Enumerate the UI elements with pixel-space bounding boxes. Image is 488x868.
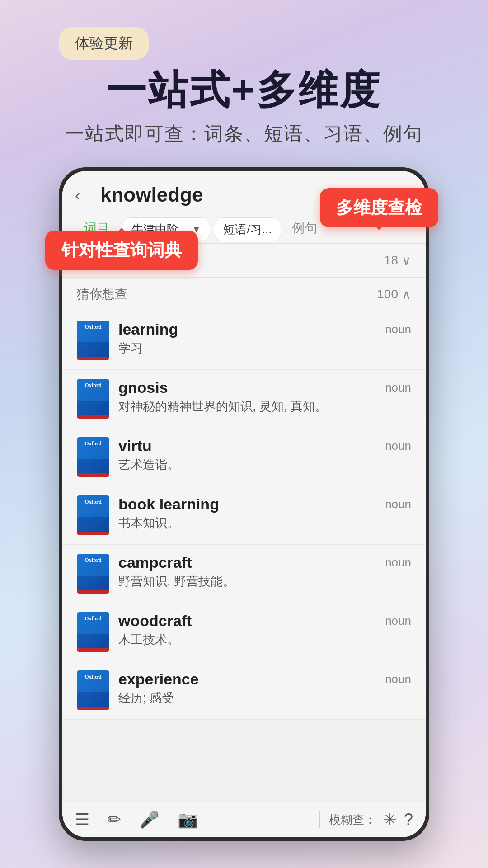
dict-meaning: 经历; 感受	[118, 690, 411, 706]
dict-icon-text: Oxford	[79, 616, 108, 622]
back-button[interactable]: ‹	[75, 186, 93, 204]
dict-word: gnosis	[118, 379, 168, 396]
dict-icon: Oxford	[77, 554, 109, 594]
dict-icon-text: Oxford	[79, 557, 108, 563]
dict-content: campcraft noun 野营知识, 野营技能。	[118, 554, 411, 590]
toolbar-left: ☰ ✏ 🎤 📷	[75, 810, 310, 829]
asterisk-icon[interactable]: ✳	[383, 810, 397, 829]
edit-icon[interactable]: ✏	[108, 810, 121, 829]
dict-item[interactable]: Oxford book learning noun 书本知识。	[62, 486, 426, 545]
dict-item[interactable]: Oxford virtu noun 艺术造诣。	[62, 428, 426, 486]
tab-phrases[interactable]: 短语/习...	[214, 217, 281, 241]
dict-meaning: 艺术造诣。	[118, 457, 411, 473]
tooltip-targeted: 针对性查询词典	[45, 231, 198, 270]
question-icon[interactable]: ?	[404, 810, 413, 829]
section-similar-count: 18 ∨	[384, 253, 411, 268]
dict-content: gnosis noun 对神秘的精神世界的知识, 灵知, 真知。	[118, 379, 411, 415]
dict-icon: Oxford	[77, 612, 109, 652]
dict-icon: Oxford	[77, 437, 109, 477]
camera-icon[interactable]: 📷	[178, 810, 198, 829]
dict-word-row: woodcraft noun	[118, 612, 411, 630]
dict-word: woodcraft	[118, 612, 192, 630]
dict-content: learning noun 学习	[118, 321, 411, 356]
toolbar-right: 模糊查： ✳ ?	[329, 810, 413, 829]
dict-pos: noun	[385, 497, 411, 511]
dict-item[interactable]: Oxford experience noun 经历; 感受	[62, 661, 426, 720]
content-list: 形近词目 18 ∨ 猜你想查 100 ∧	[62, 244, 426, 802]
section-suggest-title: 猜你想查	[77, 286, 127, 303]
main-title: 一站式+多维度	[0, 63, 488, 117]
dict-icon: Oxford	[77, 379, 109, 419]
dict-content: book learning noun 书本知识。	[118, 495, 411, 531]
dict-pos: noun	[385, 556, 411, 570]
mic-icon[interactable]: 🎤	[139, 810, 160, 829]
dict-word: campcraft	[118, 554, 192, 571]
dict-item[interactable]: Oxford woodcraft noun 木工技术。	[62, 603, 426, 661]
dict-word: learning	[118, 321, 178, 338]
update-badge: 体验更新	[59, 27, 149, 60]
tab-examples[interactable]: 例句	[285, 215, 324, 243]
dict-pos: noun	[385, 672, 411, 686]
dict-content: virtu noun 艺术造诣。	[118, 437, 411, 473]
dict-icon-text: Oxford	[79, 499, 108, 505]
dict-icon: Oxford	[77, 495, 109, 535]
dict-pos: noun	[385, 381, 411, 395]
dict-icon-text: Oxford	[79, 382, 108, 388]
dict-item[interactable]: Oxford learning noun 学习	[62, 311, 426, 370]
dict-icon: Oxford	[77, 321, 109, 360]
dict-word-row: gnosis noun	[118, 379, 411, 396]
dict-meaning: 书本知识。	[118, 515, 411, 531]
dict-content: woodcraft noun 木工技术。	[118, 612, 411, 648]
dict-pos: noun	[385, 439, 411, 453]
dict-icon: Oxford	[77, 670, 109, 710]
dict-word: book learning	[118, 495, 219, 513]
dict-meaning: 学习	[118, 340, 411, 356]
dict-word: experience	[118, 670, 199, 688]
dict-word-row: experience noun	[118, 670, 411, 688]
dict-item[interactable]: Oxford gnosis noun 对神秘的精神世界的知识, 灵知, 真知。	[62, 370, 426, 428]
dict-content: experience noun 经历; 感受	[118, 670, 411, 706]
bottom-toolbar: ☰ ✏ 🎤 📷 模糊查： ✳ ?	[62, 802, 426, 837]
dict-meaning: 野营知识, 野营技能。	[118, 573, 411, 590]
dict-items-container: Oxford learning noun 学习 Oxford gnosis no…	[62, 311, 426, 720]
menu-icon[interactable]: ☰	[75, 810, 89, 829]
dict-word: virtu	[118, 437, 152, 455]
dict-word-row: virtu noun	[118, 437, 411, 455]
dict-item[interactable]: Oxford campcraft noun 野营知识, 野营技能。	[62, 545, 426, 603]
dict-word-row: learning noun	[118, 321, 411, 338]
dict-meaning: 对神秘的精神世界的知识, 灵知, 真知。	[118, 398, 411, 415]
tooltip-multidim: 多维度查检	[320, 188, 438, 227]
sub-title: 一站式即可查：词条、短语、习语、例句	[0, 121, 488, 146]
dict-pos: noun	[385, 614, 411, 628]
dict-icon-text: Oxford	[79, 441, 108, 447]
dict-icon-text: Oxford	[79, 674, 108, 680]
chevron-up-icon: ∧	[402, 287, 411, 302]
dict-meaning: 木工技术。	[118, 632, 411, 648]
dict-word-row: book learning noun	[118, 495, 411, 513]
phone-mockup: ‹ knowledge ↻ 词目 牛津中阶... ▼ 短语/习... 例句	[59, 167, 429, 841]
fuzzy-label: 模糊查：	[329, 812, 376, 828]
dict-word-row: campcraft noun	[118, 554, 411, 571]
dict-pos: noun	[385, 322, 411, 336]
toolbar-divider	[319, 811, 320, 828]
section-suggest[interactable]: 猜你想查 100 ∧	[62, 278, 426, 311]
dict-icon-text: Oxford	[79, 324, 108, 330]
chevron-down-icon: ∨	[402, 253, 411, 268]
section-suggest-count: 100 ∧	[377, 287, 411, 302]
